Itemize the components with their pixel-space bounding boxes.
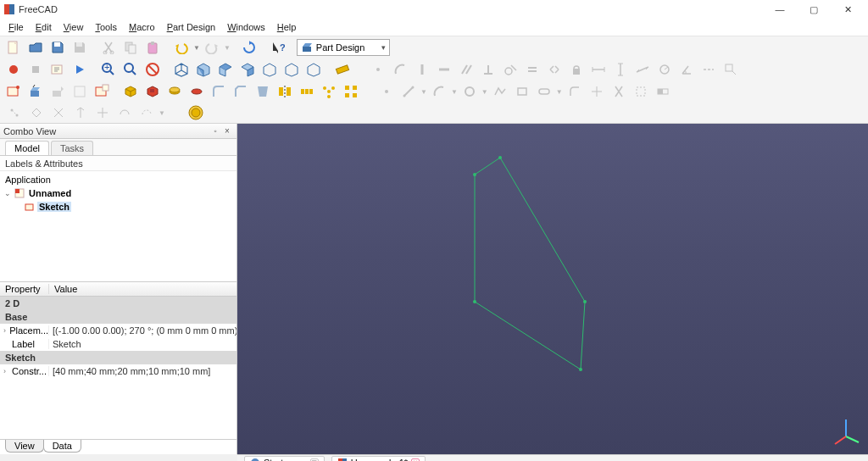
save-button[interactable] [47, 37, 68, 58]
tab-data[interactable]: Data [43, 440, 81, 453]
menu-file[interactable]: File [3, 20, 29, 34]
macros-button[interactable] [47, 59, 68, 80]
axis-gizmo-icon[interactable] [829, 415, 863, 449]
mirror-button[interactable] [275, 81, 295, 102]
undo-dropdown-icon[interactable]: ▼ [193, 44, 200, 52]
chamfer-button[interactable] [231, 81, 251, 102]
sk-external-button[interactable] [609, 81, 629, 102]
prop-row-label[interactable]: ›Label Sketch [0, 337, 236, 351]
paste-button[interactable] [142, 37, 163, 58]
tab-model[interactable]: Model [5, 141, 49, 155]
prop-row-placement[interactable]: ›Placem... [(-1.00 0.00 0.00); 270 °; (0… [0, 324, 236, 337]
right-view-button[interactable] [237, 59, 258, 80]
workbench-selector[interactable]: Part Design ▾ [297, 39, 390, 56]
constr-distance-x-button[interactable] [588, 59, 609, 80]
menu-help[interactable]: Help [272, 20, 302, 34]
execute-macro-button[interactable] [70, 59, 90, 80]
constr-distance-y-button[interactable] [610, 59, 631, 80]
menu-partdesign[interactable]: Part Design [162, 20, 220, 34]
groove-button[interactable] [186, 81, 207, 102]
fit-all-button[interactable]: + [98, 59, 119, 80]
revolution-button[interactable] [164, 81, 185, 102]
new-doc-button[interactable] [3, 37, 24, 58]
save-as-button[interactable] [70, 37, 90, 58]
expand-icon[interactable]: › [3, 326, 8, 335]
menu-macro[interactable]: Macro [124, 20, 160, 34]
constr-angle-button[interactable] [676, 59, 697, 80]
redo-dropdown-icon[interactable]: ▼ [224, 44, 231, 52]
measure-button[interactable] [332, 59, 353, 80]
sk-toggle-button[interactable] [653, 81, 673, 102]
doc-tab-start[interactable]: Start page □ [244, 456, 325, 461]
geo-4-button[interactable] [70, 103, 91, 123]
geo-7-button[interactable] [136, 103, 157, 123]
fit-selection-button[interactable] [120, 59, 141, 80]
sk-create-arc-button[interactable] [429, 81, 449, 102]
constr-tangent-button[interactable] [500, 59, 520, 80]
cut-button[interactable] [98, 37, 119, 58]
sk-create-slot-button[interactable] [534, 81, 554, 102]
multitransform-button[interactable] [341, 81, 361, 102]
draw-style-button[interactable] [142, 59, 163, 80]
leave-sketch-button[interactable] [47, 81, 68, 102]
geo-3-button[interactable] [48, 103, 69, 123]
redo-button[interactable] [202, 37, 222, 58]
refresh-button[interactable] [239, 37, 259, 58]
expand-icon[interactable]: ⌄ [3, 189, 12, 197]
model-tree[interactable]: Application ⌄ Unnamed Sketch [0, 171, 236, 281]
3d-viewport[interactable] [237, 124, 868, 454]
constr-symmetric-button[interactable] [544, 59, 565, 80]
geo-5-button[interactable] [92, 103, 113, 123]
prop-row-constraints[interactable]: ›Constr... [40 mm;40 mm;20 mm;10 mm;10 m… [0, 364, 236, 378]
minimize-button[interactable]: — [763, 0, 797, 19]
constr-horizontal-button[interactable] [434, 59, 454, 80]
geo-2-button[interactable] [26, 103, 47, 123]
validate-sketch-button[interactable] [92, 81, 112, 102]
geo-6-button[interactable] [114, 103, 135, 123]
menu-windows[interactable]: Windows [222, 20, 270, 34]
doc-tab-unnamed[interactable]: Unnamed : 1* × [331, 456, 426, 461]
new-sketch-button[interactable] [3, 81, 24, 102]
polar-pattern-button[interactable] [319, 81, 339, 102]
sk-fillet-button[interactable] [565, 81, 585, 102]
menu-edit[interactable]: Edit [31, 20, 57, 34]
draft-button[interactable] [253, 81, 273, 102]
maximize-button[interactable]: ▢ [797, 0, 831, 19]
undo-button[interactable] [171, 37, 192, 58]
menu-view[interactable]: View [58, 20, 89, 34]
front-view-button[interactable] [193, 59, 214, 80]
constr-perpendicular-button[interactable] [478, 59, 498, 80]
geo-1-button[interactable] [4, 103, 25, 123]
linear-pattern-button[interactable] [297, 81, 317, 102]
constr-distance-button[interactable] [632, 59, 653, 80]
stop-macro-button[interactable] [25, 59, 46, 80]
constr-equal-button[interactable] [522, 59, 542, 80]
panel-pin-icon[interactable]: ◦ [209, 126, 221, 136]
left-view-button[interactable] [303, 59, 324, 80]
tree-row-sketch[interactable]: Sketch [3, 200, 233, 214]
edit-sketch-button[interactable] [25, 81, 46, 102]
sk-line-dropdown-icon[interactable]: ▼ [420, 88, 427, 96]
record-macro-button[interactable] [3, 59, 24, 80]
geo-7-dropdown-icon[interactable]: ▼ [159, 109, 165, 117]
tab-tasks[interactable]: Tasks [51, 141, 93, 155]
constr-vertical-button[interactable] [412, 59, 432, 80]
whatsthis-button[interactable]: ? [268, 37, 288, 58]
constr-radius-button[interactable] [654, 59, 675, 80]
expand-icon[interactable]: › [3, 367, 10, 375]
pocket-button[interactable] [142, 81, 163, 102]
coin-button[interactable] [186, 103, 206, 123]
sk-slot-dropdown-icon[interactable]: ▼ [556, 88, 563, 96]
menu-tools[interactable]: Tools [90, 20, 122, 34]
top-view-button[interactable] [215, 59, 236, 80]
tree-row-document[interactable]: ⌄ Unnamed [3, 186, 233, 200]
copy-button[interactable] [120, 37, 141, 58]
tool-external-button[interactable] [721, 59, 741, 80]
rear-view-button[interactable] [259, 59, 280, 80]
tab-view[interactable]: View [5, 440, 44, 453]
sk-arc-dropdown-icon[interactable]: ▼ [451, 88, 458, 96]
sk-trim-button[interactable] [587, 81, 607, 102]
fillet-button[interactable] [209, 81, 229, 102]
constr-lock-button[interactable] [566, 59, 587, 80]
tree-row-application[interactable]: Application [3, 173, 233, 186]
